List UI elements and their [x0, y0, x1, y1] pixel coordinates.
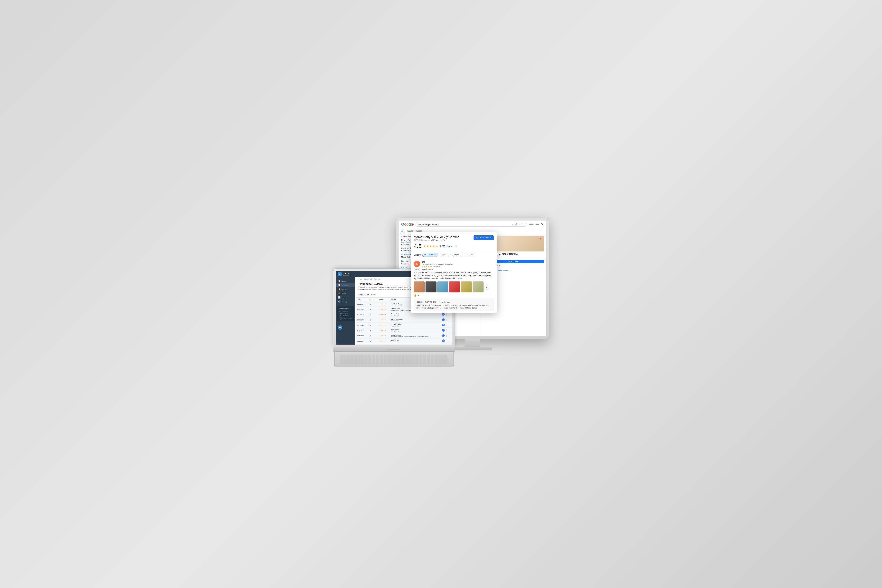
owner-time: 4 months ago [439, 301, 450, 303]
sort-lowest[interactable]: Lowest [465, 253, 475, 257]
breadcrumb-infuse[interactable]: Infuse [358, 278, 362, 280]
cell-date: 8/30/2024 [356, 302, 368, 307]
infuse-sidebar: 📋 Request 💬 Respond ⭐ Display [336, 278, 356, 345]
star-3: ★ [429, 244, 432, 248]
col-date: Date [356, 297, 368, 302]
modal-subtitle: 9900 W Parmer Ln #220, Austin, TX [414, 239, 459, 242]
photo-3[interactable] [437, 282, 448, 292]
like-button[interactable]: 👍 [414, 294, 417, 297]
review-preview: No comment [391, 331, 439, 332]
review-more-button[interactable]: ⋮ [490, 261, 494, 263]
clear-icon[interactable]: ✕ [512, 223, 514, 225]
table-row: 8/10/2024G★★★★★Melissa MoncharThe food a… [356, 344, 452, 345]
cell-review: Andrew CarrierNo comment [390, 322, 440, 328]
breadcrumb-sep-2: › [373, 278, 373, 280]
write-review-button[interactable]: ✏️ Write a review [474, 236, 494, 240]
star-rating: ★ ★ ★ ★ ★ [423, 244, 438, 248]
responded-check: ✓ [442, 329, 445, 332]
close-icon[interactable]: ✕ [541, 222, 543, 226]
mic-icon[interactable]: 🎤 [515, 223, 518, 226]
signups-icon: 📊 [338, 296, 340, 298]
review-preview: No comment [391, 326, 439, 327]
share-icon: 📤 [338, 292, 340, 294]
photo-nav-button[interactable]: › [484, 285, 489, 289]
photo-6[interactable] [472, 282, 483, 292]
chat-icon[interactable]: 💬 [338, 326, 342, 330]
google-search-bar[interactable]: mama bettys tex mex ✕ 🎤 ⊙ 🔍 [416, 222, 527, 226]
more-link[interactable]: More [458, 278, 462, 279]
laptop-base [333, 347, 455, 352]
cell-rating: ★★★★★ [378, 312, 390, 317]
review-count[interactable]: 1,273 reviews [440, 245, 453, 248]
table-star: ★ [382, 340, 383, 342]
sort-most-relevant[interactable]: Most relevant [422, 253, 438, 257]
cell-rating: ★★★★★ [378, 333, 390, 339]
review-likes: 👍 2 [414, 294, 494, 297]
show-select[interactable]: 10 25 50 [362, 293, 370, 296]
cell-respond: ✓⋮ [440, 322, 452, 327]
support-text: Use our online support chat or submit a … [339, 310, 352, 320]
monitor-stand-base [453, 347, 492, 351]
responded-check: ✓ [442, 324, 445, 326]
photo-5[interactable] [461, 282, 472, 292]
table-row: 8/13/2024G★★★★★Andrew CarrierNo comment✓… [356, 322, 452, 328]
action-menu-button[interactable]: ⋮ [446, 339, 448, 342]
table-star: ★ [379, 303, 380, 305]
sidebar-item-respond[interactable]: 💬 Respond [336, 283, 356, 287]
info-icon[interactable]: ⓘ [455, 245, 457, 248]
sort-row: Sort by Most relevant Newest Highest Low… [411, 251, 497, 258]
cell-source: G [368, 307, 378, 312]
sidebar-item-request[interactable]: 📋 Request [336, 279, 356, 283]
reviews-scroll[interactable]: k kat Local Guide · 296 reviews · 4,613 … [411, 258, 497, 313]
table-star: ★ [379, 335, 380, 336]
table-star: ★ [383, 330, 384, 331]
sidebar-label-display: Display [341, 288, 347, 290]
table-star: ★ [382, 335, 383, 336]
search-icon[interactable]: 🔍 [522, 223, 524, 226]
review-text: This place is fantastic! Our waiter was … [414, 271, 494, 280]
action-menu-button[interactable]: ⋮ [446, 329, 448, 332]
photo-4[interactable] [449, 282, 460, 292]
breadcrumb-dashboard[interactable]: Dashboard [364, 278, 372, 280]
table-star: ★ [379, 330, 380, 331]
cell-date: 8/12/2024 [356, 328, 368, 333]
show-control: Show 10 25 50 entries [358, 293, 375, 296]
sort-newest[interactable]: Newest [440, 253, 451, 257]
reviewer-name-table: Jasmine Watson [391, 318, 439, 320]
sidebar-item-display[interactable]: ⭐ Display [336, 287, 356, 291]
breadcrumb-current: Respond [374, 278, 380, 280]
sort-highest[interactable]: Highest [452, 253, 463, 257]
cell-date: 8/13/2024 [356, 322, 368, 328]
cell-review: Melissa MoncharThe food and service is a… [390, 344, 440, 345]
lens-icon[interactable]: ⊙ [519, 223, 520, 225]
rating-number: 4.6 [414, 243, 422, 249]
photo-2[interactable] [426, 282, 436, 292]
sidebar-item-settings[interactable]: ⚙️ Settings [336, 300, 356, 304]
reviewer-name-table: Lauren Isaacs [391, 334, 439, 336]
review-tags: Dine in | Dinner | $30–50 [414, 268, 494, 270]
photo-1[interactable] [414, 282, 425, 292]
table-star: ★ [382, 324, 383, 326]
rev-star-4: ★ [428, 266, 429, 267]
sidebar-item-share[interactable]: 📤 Share [336, 291, 356, 296]
tab-all[interactable]: All [401, 229, 404, 233]
action-menu-button[interactable]: ⋮ [446, 334, 448, 337]
responded-check: ✓ [442, 339, 445, 342]
action-menu-button[interactable]: ⋮ [446, 324, 448, 326]
table-row: 8/14/2024G★★★★★Jasmine WatsonNo comment✓… [356, 317, 452, 322]
cell-review: Lauren IsaacsJamie was fantastic! Helpfu… [390, 333, 440, 339]
support-title: Need Support? [339, 308, 352, 310]
entries-label: entries [371, 294, 375, 296]
reviewer-name: kat [422, 261, 453, 263]
action-menu-button[interactable]: ⋮ [446, 313, 448, 316]
table-star: ★ [383, 340, 384, 342]
sidebar-item-signups[interactable]: 📊 Signups [336, 296, 356, 300]
logo-title: INFUSE [343, 273, 351, 275]
table-star: ★ [381, 340, 382, 342]
monitor-stand-neck [465, 339, 480, 347]
table-row: 8/11/2024G★★★★★Lauren IsaacsJamie was fa… [356, 333, 452, 339]
action-menu-button[interactable]: ⋮ [446, 318, 448, 321]
cell-rating: ★★★★★ [378, 322, 390, 328]
sidebar-label-request: Request [341, 280, 348, 282]
breadcrumb-sep-1: › [363, 278, 363, 280]
